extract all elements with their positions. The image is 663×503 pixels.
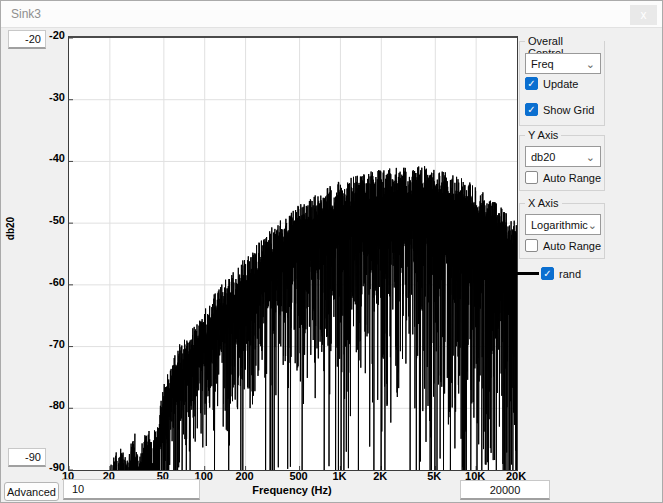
x-axis-group-title: X Axis xyxy=(525,197,562,209)
overall-control-dropdown[interactable]: Freq ⌄ xyxy=(525,53,601,74)
y-tick-label: -50 xyxy=(31,214,65,226)
x-tick-label: 2K xyxy=(358,470,402,482)
x-axis-group: X Axis Logarithmic ⌄ ✓ Auto Range xyxy=(519,203,605,259)
y-tick-label: -80 xyxy=(31,399,65,411)
x-tick-label: 5K xyxy=(412,470,456,482)
checkbox-unchecked-icon: ✓ xyxy=(525,239,538,252)
overall-control-group: Overall Control Freq ⌄ ✓ Update ✓ Show G… xyxy=(519,41,605,126)
legend-rand-checkbox[interactable]: ✓ rand xyxy=(541,267,581,280)
overall-control-dropdown-value: Freq xyxy=(531,58,554,70)
x-axis-dropdown[interactable]: Logarithmic ⌄ xyxy=(525,214,601,235)
close-button[interactable]: x xyxy=(630,5,657,25)
x-axis-dropdown-value: Logarithmic xyxy=(531,219,588,231)
x-axis-title: Frequency (Hz) xyxy=(222,484,362,496)
sink3-window: Sink3 x db20 -20-30-40-50-60-70-80-90 10… xyxy=(0,0,663,503)
y-axis-group-title: Y Axis xyxy=(525,129,561,141)
spectrum-plot xyxy=(69,38,517,470)
advanced-button[interactable]: Advanced xyxy=(4,482,59,501)
legend-line-swatch xyxy=(512,272,539,275)
y-tick-label: -20 xyxy=(31,29,65,41)
checkbox-unchecked-icon: ✓ xyxy=(525,171,538,184)
x-max-input[interactable] xyxy=(460,480,550,500)
y-axis-title: db20 xyxy=(5,209,16,249)
y-tick-label: -30 xyxy=(31,91,65,103)
y-tick-label: -60 xyxy=(31,276,65,288)
y-auto-range-label: Auto Range xyxy=(543,172,601,184)
update-label: Update xyxy=(543,78,578,90)
x-auto-range-label: Auto Range xyxy=(543,240,601,252)
window-title: Sink3 xyxy=(11,7,41,21)
y-axis-dropdown[interactable]: db20 ⌄ xyxy=(525,146,601,167)
legend-rand-label: rand xyxy=(559,268,581,280)
chevron-down-icon: ⌄ xyxy=(586,152,595,162)
y-auto-range-checkbox[interactable]: ✓ Auto Range xyxy=(525,171,601,184)
y-tick-label: -70 xyxy=(31,338,65,350)
checkbox-checked-icon: ✓ xyxy=(525,103,538,116)
x-auto-range-checkbox[interactable]: ✓ Auto Range xyxy=(525,239,601,252)
y-tick-label: -40 xyxy=(31,152,65,164)
chevron-down-icon: ⌄ xyxy=(586,59,595,69)
x-tick-label: 500 xyxy=(277,470,321,482)
chevron-down-icon: ⌄ xyxy=(588,220,597,230)
checkbox-checked-icon: ✓ xyxy=(525,77,538,90)
titlebar: Sink3 x xyxy=(1,1,662,28)
x-min-input[interactable] xyxy=(63,479,200,500)
show-grid-checkbox[interactable]: ✓ Show Grid xyxy=(525,103,594,116)
plot-canvas[interactable] xyxy=(68,36,518,471)
y-axis-dropdown-value: db20 xyxy=(531,151,555,163)
y-axis-group: Y Axis db20 ⌄ ✓ Auto Range xyxy=(519,135,605,191)
update-checkbox[interactable]: ✓ Update xyxy=(525,77,578,90)
x-tick-label: 200 xyxy=(223,470,267,482)
x-tick-label: 1K xyxy=(317,470,361,482)
show-grid-label: Show Grid xyxy=(543,104,594,116)
checkbox-checked-icon: ✓ xyxy=(541,267,554,280)
